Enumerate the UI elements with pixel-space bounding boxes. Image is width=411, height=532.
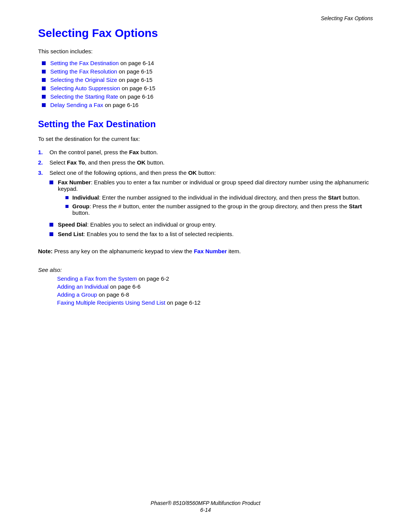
sub-item-fax-number: Fax Number: Enables you to enter a fax n… xyxy=(49,179,373,218)
step-2-bold2: OK xyxy=(137,159,146,166)
note-link[interactable]: Fax Number xyxy=(194,248,227,254)
step-1-prefix: On the control panel, press the xyxy=(49,149,129,155)
toc-item-text: Selecting the Starting Rate on page 6-16 xyxy=(50,93,153,100)
toc-link-6[interactable]: Delay Sending a Fax xyxy=(50,102,103,108)
footer: Phaser® 8510/8560MFP Multifunction Produ… xyxy=(0,500,411,513)
toc-suffix-1: on page 6-14 xyxy=(119,60,154,66)
step-2-suffix: button. xyxy=(145,159,164,166)
see-also-link-1[interactable]: Sending a Fax from the System xyxy=(57,275,137,282)
bullet-icon xyxy=(42,78,46,82)
step-num-1: 1. xyxy=(38,149,46,155)
list-item: Setting the Fax Destination on page 6-14 xyxy=(42,60,373,66)
toc-item-text: Selecting Auto Suppression on page 6-15 xyxy=(50,85,155,91)
step-2-bold: Fax To xyxy=(67,159,85,166)
group-content: Group: Press the # button, enter the num… xyxy=(72,203,373,216)
send-list-bold: Send List xyxy=(58,231,84,237)
note-suffix: item. xyxy=(227,248,241,254)
step-1: 1. On the control panel, press the Fax b… xyxy=(38,149,373,155)
bullet-icon xyxy=(49,223,53,227)
bullet-icon xyxy=(49,232,53,236)
see-also-section: See also: Sending a Fax from the System … xyxy=(38,267,373,306)
step-1-suffix: button. xyxy=(139,149,158,155)
page-container: Selecting Fax Options Selecting Fax Opti… xyxy=(0,0,411,532)
step-3-suffix: button: xyxy=(197,169,216,176)
toc-suffix-3: on page 6-15 xyxy=(117,77,153,83)
toc-link-2[interactable]: Setting the Fax Resolution xyxy=(50,68,117,75)
step-2-content: Select Fax To, and then press the OK but… xyxy=(49,159,373,166)
step-1-bold: Fax xyxy=(129,149,139,155)
individual-bold-end: Start xyxy=(328,194,341,201)
step-3-bold: OK xyxy=(188,169,197,176)
see-also-suffix-3: on page 6-8 xyxy=(97,291,129,298)
group-bold-end: Start xyxy=(349,203,362,209)
step-num-3: 3. xyxy=(38,169,46,176)
step-num-2: 2. xyxy=(38,159,46,166)
bullet-icon xyxy=(42,86,46,90)
header-text: Selecting Fax Options xyxy=(321,15,373,21)
speed-dial-text: : Enables you to select an individual or… xyxy=(87,221,216,228)
see-also-item-2: Adding an Individual on page 6-6 xyxy=(57,283,373,290)
bullet-small-icon xyxy=(65,205,68,208)
see-also-item-1: Sending a Fax from the System on page 6-… xyxy=(57,275,373,282)
sub-list: Fax Number: Enables you to enter a fax n… xyxy=(49,179,373,237)
toc-item-text: Selecting the Original Size on page 6-15 xyxy=(50,77,153,83)
bullet-icon xyxy=(42,61,46,65)
see-also-item-3: Adding a Group on page 6-8 xyxy=(57,291,373,298)
toc-link-4[interactable]: Selecting Auto Suppression xyxy=(50,85,120,91)
toc-link-3[interactable]: Selecting the Original Size xyxy=(50,77,117,83)
note-text: Press any key on the alphanumeric keypad… xyxy=(53,248,194,254)
footer-page: 6-14 xyxy=(0,507,411,513)
see-also-item-4: Faxing Multiple Recipients Using Send Li… xyxy=(57,299,373,306)
note-bold: Note: xyxy=(38,248,53,254)
step-3-content: Select one of the following options, and… xyxy=(49,169,373,240)
individual-text-end: button. xyxy=(341,194,360,201)
sub-item-send-list: Send List: Enables you to send the fax t… xyxy=(49,231,373,237)
step-2: 2. Select Fax To, and then press the OK … xyxy=(38,159,373,166)
group-bold: Group xyxy=(72,203,89,209)
list-item: Delay Sending a Fax on page 6-16 xyxy=(42,102,373,108)
sub-item-speed-dial: Speed Dial: Enables you to select an ind… xyxy=(49,221,373,228)
individual-content: Individual: Enter the number assigned to… xyxy=(72,194,360,201)
individual-text: : Enter the number assigned to the indiv… xyxy=(99,194,328,201)
toc-link-5[interactable]: Selecting the Starting Rate xyxy=(50,93,118,100)
speed-dial-bold: Speed Dial xyxy=(58,221,87,228)
step-2-prefix: Select xyxy=(49,159,67,166)
see-also-link-4[interactable]: Faxing Multiple Recipients Using Send Li… xyxy=(57,299,165,306)
page-title: Selecting Fax Options xyxy=(38,27,373,40)
note-section: Note: Press any key on the alphanumeric … xyxy=(38,247,373,256)
list-item: Selecting the Starting Rate on page 6-16 xyxy=(42,93,373,100)
fax-number-text: : Enables you to enter a fax number or i… xyxy=(58,179,369,192)
see-also-suffix-1: on page 6-2 xyxy=(137,275,169,282)
sub-item-speed-content: Speed Dial: Enables you to select an ind… xyxy=(58,221,373,228)
sub-sub-list: Individual: Enter the number assigned to… xyxy=(65,194,373,216)
header-right: Selecting Fax Options xyxy=(321,15,373,21)
see-also-link-3[interactable]: Adding a Group xyxy=(57,291,97,298)
individual-bold: Individual xyxy=(72,194,99,201)
see-also-links: Sending a Fax from the System on page 6-… xyxy=(57,275,373,306)
fax-number-bold: Fax Number xyxy=(58,179,91,185)
bullet-icon xyxy=(42,70,46,73)
toc-suffix-5: on page 6-16 xyxy=(118,93,153,100)
bullet-small-icon xyxy=(65,196,68,199)
see-also-label: See also: xyxy=(38,267,373,273)
footer-product: Phaser® 8510/8560MFP Multifunction Produ… xyxy=(0,500,411,506)
bullet-icon xyxy=(42,95,46,99)
step-2-middle: , and then press the xyxy=(85,159,137,166)
sub-item-send-content: Send List: Enables you to send the fax t… xyxy=(58,231,373,237)
group-text-end: button. xyxy=(72,209,90,216)
send-list-text: : Enables you to send the fax to a list … xyxy=(84,231,234,237)
bullet-icon xyxy=(42,103,46,107)
toc-item-text: Setting the Fax Resolution on page 6-15 xyxy=(50,68,153,75)
step-3: 3. Select one of the following options, … xyxy=(38,169,373,240)
see-also-link-2[interactable]: Adding an Individual xyxy=(57,283,108,290)
toc-suffix-4: on page 6-15 xyxy=(120,85,155,91)
toc-item-text: Delay Sending a Fax on page 6-16 xyxy=(50,102,139,108)
bullet-icon xyxy=(49,181,53,184)
sub-sub-item-group: Group: Press the # button, enter the num… xyxy=(65,203,373,216)
see-also-suffix-4: on page 6-12 xyxy=(165,299,201,306)
toc-suffix-6: on page 6-16 xyxy=(103,102,139,108)
section-title: Setting the Fax Destination xyxy=(38,119,373,129)
toc-link-1[interactable]: Setting the Fax Destination xyxy=(50,60,119,66)
sub-item-fax-content: Fax Number: Enables you to enter a fax n… xyxy=(58,179,373,218)
list-item: Setting the Fax Resolution on page 6-15 xyxy=(42,68,373,75)
